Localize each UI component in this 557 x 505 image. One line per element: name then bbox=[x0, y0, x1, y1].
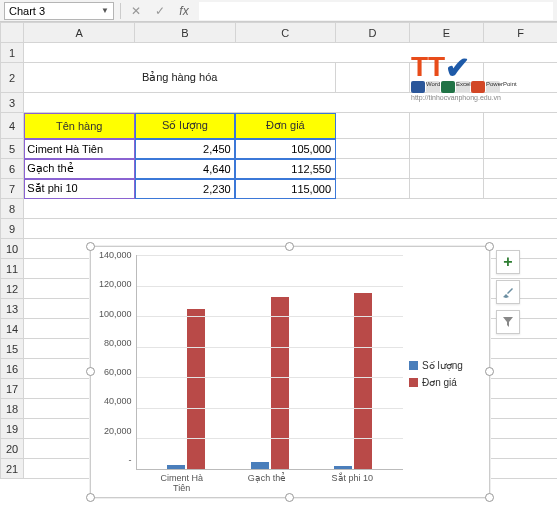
bar-series2 bbox=[354, 293, 372, 469]
bar-series1 bbox=[167, 465, 185, 469]
row-header[interactable]: 8 bbox=[1, 199, 24, 219]
chart-legend[interactable]: Số lượng Đơn giá bbox=[403, 255, 481, 493]
cell[interactable] bbox=[484, 139, 558, 159]
cell[interactable] bbox=[410, 179, 484, 199]
col-header-d[interactable]: D bbox=[336, 23, 410, 43]
select-all-corner[interactable] bbox=[1, 23, 24, 43]
embedded-chart[interactable]: 140,000 120,000 100,000 80,000 60,000 40… bbox=[90, 246, 490, 498]
cell[interactable] bbox=[336, 63, 410, 93]
row-header[interactable]: 4 bbox=[1, 113, 24, 139]
chart-tools: + bbox=[496, 250, 520, 334]
formula-input[interactable] bbox=[199, 2, 553, 20]
cell[interactable] bbox=[410, 63, 484, 93]
data-cell[interactable]: 2,450 bbox=[135, 139, 235, 159]
row-header[interactable]: 19 bbox=[1, 419, 24, 439]
cell[interactable] bbox=[484, 63, 558, 93]
swatch-icon bbox=[409, 361, 418, 370]
cell[interactable] bbox=[24, 43, 557, 63]
separator bbox=[120, 3, 121, 19]
row-header[interactable]: 18 bbox=[1, 399, 24, 419]
cell[interactable] bbox=[336, 159, 410, 179]
row-header[interactable]: 11 bbox=[1, 259, 24, 279]
header-cell[interactable]: Đơn giá bbox=[235, 113, 335, 139]
name-box[interactable]: Chart 3 ▼ bbox=[4, 2, 114, 20]
cell[interactable] bbox=[484, 159, 558, 179]
data-cell[interactable]: Sắt phi 10 bbox=[24, 179, 135, 199]
resize-handle[interactable] bbox=[485, 242, 494, 251]
chart-plot-area[interactable] bbox=[136, 255, 403, 470]
data-cell[interactable]: 105,000 bbox=[235, 139, 335, 159]
spreadsheet-grid: A B C D E F 1 2 Bảng hàng hóa 3 4 Tên hà… bbox=[0, 22, 557, 479]
row-header[interactable]: 16 bbox=[1, 359, 24, 379]
row-header[interactable]: 10 bbox=[1, 239, 24, 259]
row-header[interactable]: 7 bbox=[1, 179, 24, 199]
col-header-e[interactable]: E bbox=[410, 23, 484, 43]
funnel-icon bbox=[502, 316, 514, 328]
resize-handle[interactable] bbox=[285, 493, 294, 502]
cell[interactable] bbox=[336, 113, 410, 139]
resize-handle[interactable] bbox=[485, 493, 494, 502]
row-header[interactable]: 3 bbox=[1, 93, 24, 113]
cell[interactable] bbox=[484, 179, 558, 199]
chevron-down-icon[interactable]: ▼ bbox=[101, 6, 109, 15]
resize-handle[interactable] bbox=[86, 367, 95, 376]
bar-group bbox=[328, 255, 378, 469]
table-title[interactable]: Bảng hàng hóa bbox=[24, 63, 336, 93]
row-header[interactable]: 2 bbox=[1, 63, 24, 93]
data-cell[interactable]: 4,640 bbox=[135, 159, 235, 179]
data-cell[interactable]: Gạch thẻ bbox=[24, 159, 135, 179]
bar-group bbox=[245, 255, 295, 469]
chart-style-button[interactable] bbox=[496, 280, 520, 304]
resize-handle[interactable] bbox=[86, 242, 95, 251]
bar-series1 bbox=[334, 466, 352, 469]
data-cell[interactable]: Ciment Hà Tiên bbox=[24, 139, 135, 159]
cell[interactable] bbox=[24, 219, 557, 239]
col-header-c[interactable]: C bbox=[235, 23, 335, 43]
data-cell[interactable]: 115,000 bbox=[235, 179, 335, 199]
row-header[interactable]: 12 bbox=[1, 279, 24, 299]
row-header[interactable]: 20 bbox=[1, 439, 24, 459]
cell[interactable] bbox=[24, 93, 557, 113]
cancel-icon[interactable]: ✕ bbox=[127, 2, 145, 20]
legend-item: Số lượng bbox=[409, 360, 481, 371]
fx-icon[interactable]: fx bbox=[175, 2, 193, 20]
check-icon[interactable]: ✓ bbox=[151, 2, 169, 20]
row-header[interactable]: 6 bbox=[1, 159, 24, 179]
header-cell[interactable]: Tên hàng bbox=[24, 113, 135, 139]
row-header[interactable]: 9 bbox=[1, 219, 24, 239]
chart-y-axis: 140,000 120,000 100,000 80,000 60,000 40… bbox=[99, 255, 136, 470]
row-header[interactable]: 5 bbox=[1, 139, 24, 159]
cell[interactable] bbox=[410, 159, 484, 179]
brush-icon bbox=[501, 285, 515, 299]
bar-group bbox=[161, 255, 211, 469]
col-header-f[interactable]: F bbox=[484, 23, 558, 43]
chart-elements-button[interactable]: + bbox=[496, 250, 520, 274]
bar-series2 bbox=[271, 297, 289, 469]
formula-bar: Chart 3 ▼ ✕ ✓ fx bbox=[0, 0, 557, 22]
cell[interactable] bbox=[410, 113, 484, 139]
row-header[interactable]: 17 bbox=[1, 379, 24, 399]
chart-x-axis: Ciment Hà Tiên Gạch thẻ Sắt phi 10 bbox=[99, 470, 403, 493]
resize-handle[interactable] bbox=[86, 493, 95, 502]
row-header[interactable]: 14 bbox=[1, 319, 24, 339]
legend-item: Đơn giá bbox=[409, 377, 481, 388]
row-header[interactable]: 21 bbox=[1, 459, 24, 479]
row-header[interactable]: 15 bbox=[1, 339, 24, 359]
cell[interactable] bbox=[336, 139, 410, 159]
col-header-a[interactable]: A bbox=[24, 23, 135, 43]
data-cell[interactable]: 2,230 bbox=[135, 179, 235, 199]
cell[interactable] bbox=[410, 139, 484, 159]
data-cell[interactable]: 112,550 bbox=[235, 159, 335, 179]
row-header[interactable]: 1 bbox=[1, 43, 24, 63]
col-header-b[interactable]: B bbox=[135, 23, 235, 43]
row-header[interactable]: 13 bbox=[1, 299, 24, 319]
cell[interactable] bbox=[24, 199, 557, 219]
cell[interactable] bbox=[484, 113, 558, 139]
cell[interactable] bbox=[336, 179, 410, 199]
header-cell[interactable]: Số lượng bbox=[135, 113, 235, 139]
swatch-icon bbox=[409, 378, 418, 387]
resize-handle[interactable] bbox=[285, 242, 294, 251]
name-box-value: Chart 3 bbox=[9, 5, 45, 17]
chart-filter-button[interactable] bbox=[496, 310, 520, 334]
resize-handle[interactable] bbox=[485, 367, 494, 376]
